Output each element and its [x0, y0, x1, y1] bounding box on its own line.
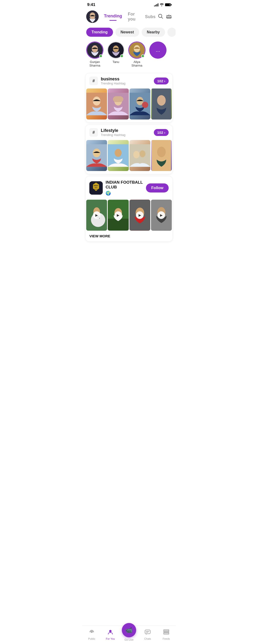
- svg-point-26: [115, 149, 121, 157]
- hashtag-image[interactable]: [108, 140, 128, 171]
- club-header: WINDY CITY RAMPAGE INDIAN FOOTBALL CLUB …: [85, 176, 173, 200]
- video-item[interactable]: ▶: [151, 200, 172, 231]
- wifi-icon: [160, 3, 164, 7]
- svg-point-31: [157, 147, 166, 157]
- svg-rect-6: [167, 18, 171, 18]
- signal-icon: [154, 3, 158, 6]
- globe-icon: 🌍: [106, 190, 143, 196]
- video-item[interactable]: ▶: [108, 200, 128, 231]
- svg-point-29: [140, 150, 146, 157]
- hashtag-images: [85, 88, 173, 122]
- chevron-right-icon: ›: [164, 130, 165, 134]
- hashtag-images: [85, 140, 173, 174]
- hash-icon: #: [89, 128, 98, 137]
- svg-point-14: [93, 96, 101, 106]
- hashtag-subtitle: Trending Hashtag: [101, 82, 151, 85]
- svg-rect-17: [113, 96, 123, 102]
- more-stories-item[interactable]: ...: [149, 42, 167, 59]
- status-icons: [154, 3, 171, 7]
- stories-row: Gunjan Sharma Tanu: [82, 40, 176, 71]
- hashtag-image[interactable]: [130, 140, 150, 171]
- filter-trending[interactable]: Trending: [86, 28, 113, 37]
- story-item[interactable]: Aliya Sharma: [128, 42, 146, 67]
- club-info: INDIAN FOOTBALL CLUB 🌍: [106, 180, 143, 196]
- online-indicator: [120, 54, 123, 58]
- club-card: WINDY CITY RAMPAGE INDIAN FOOTBALL CLUB …: [85, 176, 173, 242]
- filter-more[interactable]: [168, 28, 176, 37]
- svg-text:WINDY: WINDY: [94, 185, 98, 186]
- svg-text:CITY: CITY: [95, 187, 97, 188]
- svg-point-20: [142, 102, 148, 108]
- status-bar: 9:41: [82, 0, 176, 8]
- online-indicator: [99, 54, 102, 58]
- filter-nearby[interactable]: Nearby: [142, 28, 165, 37]
- battery-icon: [165, 3, 171, 6]
- hashtag-image[interactable]: [86, 88, 107, 120]
- nav-tabs: Trending For you Subs: [101, 11, 158, 23]
- status-time: 9:41: [87, 2, 95, 7]
- hash-icon: #: [89, 76, 98, 85]
- video-item[interactable]: ▶: [86, 200, 107, 231]
- club-logo: WINDY CITY RAMPAGE: [89, 181, 103, 195]
- follow-button[interactable]: Follow: [146, 184, 169, 192]
- hashtag-count-badge[interactable]: 102 ›: [154, 78, 169, 84]
- hashtag-title: Lifestyle: [101, 128, 151, 133]
- header: Trending For you Subs: [82, 8, 176, 26]
- hashtag-image[interactable]: [151, 140, 172, 171]
- story-name: Tanu: [112, 60, 119, 64]
- lifestyle-hashtag-card: # Lifestyle Trending Hashtag 102 ›: [85, 124, 173, 174]
- hashtag-image[interactable]: [130, 88, 150, 120]
- club-name: INDIAN FOOTBALL CLUB: [106, 180, 143, 190]
- hashtag-image[interactable]: [108, 88, 128, 120]
- play-icon: ▶: [93, 211, 101, 219]
- hashtag-title: business: [101, 76, 151, 82]
- story-name: Aliya Sharma: [128, 60, 146, 67]
- play-icon: ▶: [114, 211, 122, 219]
- svg-rect-27: [130, 144, 150, 167]
- card-header: # business Trending Hashtag 102 ›: [85, 73, 173, 88]
- crown-icon[interactable]: [166, 14, 172, 20]
- svg-line-5: [162, 17, 163, 18]
- svg-text:RAMPAGE: RAMPAGE: [94, 189, 98, 190]
- play-icon: ▶: [136, 211, 144, 219]
- online-indicator: [141, 54, 145, 58]
- svg-point-28: [133, 151, 139, 158]
- card-header: # Lifestyle Trending Hashtag 102 ›: [85, 125, 173, 140]
- filter-newest[interactable]: Newest: [115, 28, 139, 37]
- search-icon[interactable]: [158, 14, 163, 20]
- story-item[interactable]: Tanu: [107, 42, 124, 64]
- hashtag-image[interactable]: [86, 140, 107, 171]
- business-hashtag-card: # business Trending Hashtag 102 ›: [85, 73, 173, 122]
- play-icon: ▶: [157, 211, 165, 219]
- chevron-right-icon: ›: [164, 79, 165, 83]
- hashtag-count-badge[interactable]: 102 ›: [154, 129, 169, 136]
- video-item[interactable]: ▶: [130, 200, 150, 231]
- video-grid: ▶ ▶ ▶: [85, 200, 173, 231]
- hashtag-image[interactable]: [151, 88, 172, 120]
- svg-point-22: [157, 95, 166, 106]
- avatar[interactable]: [86, 10, 99, 23]
- filter-row: Trending Newest Nearby: [82, 26, 176, 40]
- tab-for-you[interactable]: For you: [125, 11, 142, 23]
- more-stories-button[interactable]: ...: [149, 42, 167, 59]
- hashtag-subtitle: Trending Hashtag: [101, 133, 151, 137]
- tab-trending[interactable]: Trending: [101, 13, 124, 21]
- story-item[interactable]: Gunjan Sharma: [86, 42, 103, 67]
- view-more-button[interactable]: VIEW MORE: [85, 231, 173, 242]
- header-icons: [158, 14, 172, 20]
- tab-subs[interactable]: Subs: [143, 13, 158, 20]
- story-name: Gunjan Sharma: [86, 60, 103, 67]
